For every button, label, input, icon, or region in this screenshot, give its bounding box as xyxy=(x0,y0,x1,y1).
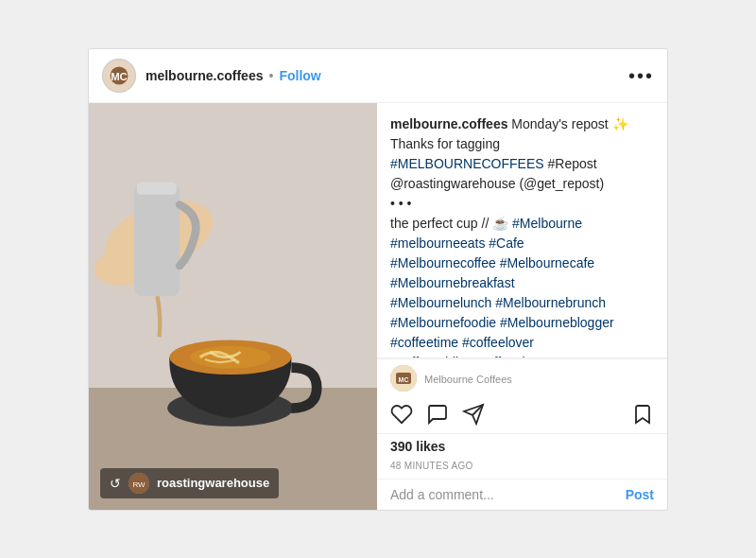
header-info: melbourne.coffees • Follow xyxy=(146,68,628,83)
dot-separator: • xyxy=(268,68,273,83)
post-comment-button[interactable]: Post xyxy=(626,487,654,502)
repost-overlay: ↺ RW roastingwarehouse xyxy=(100,468,279,498)
svg-text:MC: MC xyxy=(399,376,409,383)
comment-icon[interactable] xyxy=(426,403,449,426)
like-icon[interactable] xyxy=(390,403,413,426)
comment-input[interactable] xyxy=(390,487,626,502)
second-avatar-subtitle: Melbourne Coffees xyxy=(424,374,512,385)
repost-username[interactable]: roastingwarehouse xyxy=(157,476,269,490)
second-avatar: MC xyxy=(390,365,417,392)
repost-avatar: RW xyxy=(129,473,149,494)
action-bar xyxy=(377,395,667,434)
follow-button[interactable]: Follow xyxy=(279,68,320,83)
svg-rect-8 xyxy=(137,182,177,194)
time-ago: 48 MINUTES AGO xyxy=(377,459,667,479)
svg-text:MC: MC xyxy=(111,70,128,81)
likes-area: 390 likes xyxy=(377,434,667,459)
svg-rect-7 xyxy=(134,184,180,296)
second-avatar-caption: Melbourne Coffees xyxy=(424,370,654,387)
avatar[interactable]: MC xyxy=(102,59,136,93)
bookmark-icon[interactable] xyxy=(631,403,654,426)
more-options-icon[interactable]: ••• xyxy=(628,66,654,85)
comment-area: Post xyxy=(377,479,667,510)
second-avatar-row: MC Melbourne Coffees xyxy=(377,358,667,395)
card-body: ↺ RW roastingwarehouse melbourne.coffees… xyxy=(89,103,667,510)
instagram-post-card: MC melbourne.coffees • Follow ••• xyxy=(88,48,668,511)
svg-text:RW: RW xyxy=(132,480,146,489)
header-username[interactable]: melbourne.coffees xyxy=(146,68,263,83)
share-icon[interactable] xyxy=(462,403,485,426)
post-right-panel: melbourne.coffees Monday's repost ✨ Than… xyxy=(377,103,667,510)
caption-area: melbourne.coffees Monday's repost ✨ Than… xyxy=(377,103,667,358)
post-image: ↺ RW roastingwarehouse xyxy=(89,103,377,510)
caption-text: melbourne.coffees Monday's repost ✨ Than… xyxy=(390,114,654,358)
post-header: MC melbourne.coffees • Follow ••• xyxy=(89,49,667,103)
likes-count: 390 likes xyxy=(390,439,445,454)
repost-icon: ↺ xyxy=(110,476,121,491)
